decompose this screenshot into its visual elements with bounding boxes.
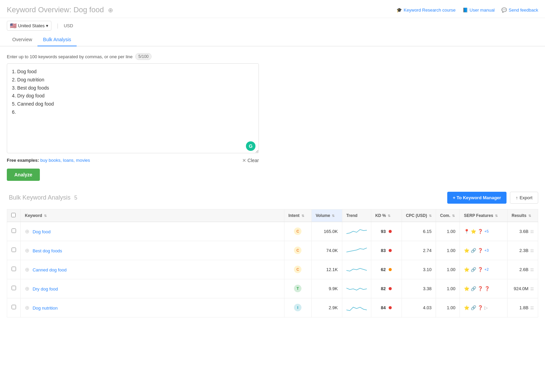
keyword-link[interactable]: Dog food bbox=[33, 229, 51, 234]
col-header-trend[interactable]: Trend bbox=[342, 209, 371, 222]
top-links: 🎓 Keyword Research course 📘 User manual … bbox=[396, 7, 538, 13]
serp-icon: ❓ bbox=[478, 305, 483, 310]
add-to-list-icon[interactable]: ⊕ bbox=[25, 305, 29, 311]
currency-label: USD bbox=[64, 23, 73, 28]
row-kd: 84 bbox=[371, 298, 402, 317]
clear-x-icon: ✕ bbox=[242, 158, 246, 163]
keyword-link[interactable]: Best dog foods bbox=[33, 248, 62, 253]
free-examples: Free examples: buy books, loans, movies bbox=[7, 158, 90, 163]
row-check[interactable] bbox=[7, 222, 21, 241]
manual-link[interactable]: 📘 User manual bbox=[463, 7, 495, 13]
kd-dot bbox=[389, 306, 392, 309]
row-checkbox[interactable] bbox=[12, 286, 16, 290]
row-volume: 9.9K bbox=[311, 279, 342, 298]
clear-button[interactable]: ✕ Clear bbox=[242, 158, 259, 163]
results-title: Bulk Keyword Analysis 5 bbox=[7, 194, 77, 201]
keyword-link[interactable]: Dry dog food bbox=[33, 286, 58, 292]
row-intent: C bbox=[284, 260, 311, 279]
free-examples-link[interactable]: buy books, loans, movies bbox=[40, 158, 90, 163]
tab-bulk-analysis[interactable]: Bulk Analysis bbox=[37, 33, 76, 46]
results-icon: ☷ bbox=[530, 287, 534, 291]
serp-icon: ❓ bbox=[478, 286, 483, 291]
feedback-link[interactable]: 💬 Send feedback bbox=[501, 7, 538, 13]
serp-icon: ❓ bbox=[478, 248, 483, 253]
table-row: ⊕ Dry dog food T 9.9K 82 3.38 1.00 ⭐🔗❓❓ … bbox=[7, 279, 538, 298]
intent-badge: T bbox=[294, 285, 301, 292]
serp-icon: ❓ bbox=[484, 286, 490, 291]
instruction-row: Enter up to 100 keywords separated by co… bbox=[7, 53, 538, 60]
row-kd: 83 bbox=[371, 241, 402, 260]
row-cpc: 3.38 bbox=[402, 279, 436, 298]
serp-icon: ❓ bbox=[478, 229, 483, 234]
row-keyword: ⊕ Dog nutrition bbox=[21, 298, 284, 317]
export-button[interactable]: ↑ Export bbox=[510, 192, 538, 204]
kd-dot bbox=[389, 230, 392, 233]
row-check[interactable] bbox=[7, 298, 21, 317]
add-to-list-icon[interactable]: ⊕ bbox=[25, 267, 29, 272]
row-serp: ⭐🔗❓+2 bbox=[460, 260, 508, 279]
row-com: 1.00 bbox=[436, 298, 460, 317]
results-section: Bulk Keyword Analysis 5 + To Keyword Man… bbox=[7, 192, 538, 317]
row-check[interactable] bbox=[7, 260, 21, 279]
col-header-kd[interactable]: KD % ⇅ bbox=[371, 209, 402, 222]
row-checkbox[interactable] bbox=[12, 229, 16, 233]
keyword-link[interactable]: Dog nutrition bbox=[33, 305, 58, 311]
serp-icon: ⭐ bbox=[471, 229, 476, 234]
table-header: Keyword ⇅ Intent ⇅ Volume ⇅ Trend bbox=[7, 209, 538, 222]
tab-overview[interactable]: Overview bbox=[7, 33, 37, 46]
row-cpc: 3.10 bbox=[402, 260, 436, 279]
analyze-button[interactable]: Analyze bbox=[7, 169, 40, 181]
country-selector[interactable]: 🇺🇸 United States ▾ bbox=[7, 21, 51, 31]
main-content: Enter up to 100 keywords separated by co… bbox=[0, 46, 545, 324]
results-actions: + To Keyword Manager ↑ Export bbox=[447, 192, 538, 204]
add-to-list-icon[interactable]: ⊕ bbox=[25, 286, 29, 292]
serp-icon: 🔗 bbox=[471, 305, 476, 310]
row-volume: 74.0K bbox=[311, 241, 342, 260]
add-keyword-icon[interactable]: ⊕ bbox=[108, 7, 113, 14]
serp-more: +5 bbox=[484, 229, 489, 233]
grammarly-icon: G bbox=[246, 141, 255, 151]
com-filter-icon: ⇅ bbox=[452, 214, 455, 218]
kd-value: 62 bbox=[381, 267, 386, 272]
row-com: 1.00 bbox=[436, 241, 460, 260]
col-header-volume[interactable]: Volume ⇅ bbox=[311, 209, 342, 222]
volume-filter-icon: ⇅ bbox=[332, 214, 334, 218]
row-check[interactable] bbox=[7, 241, 21, 260]
col-header-intent[interactable]: Intent ⇅ bbox=[284, 209, 311, 222]
col-header-results[interactable]: Results ⇅ bbox=[508, 209, 538, 222]
row-results: 3.6B ☷ bbox=[508, 222, 538, 241]
results-icon: ☷ bbox=[530, 230, 534, 234]
row-volume: 165.0K bbox=[311, 222, 342, 241]
keyword-manager-button[interactable]: + To Keyword Manager bbox=[447, 192, 507, 204]
row-checkbox[interactable] bbox=[12, 267, 16, 271]
keyword-link[interactable]: Canned dog food bbox=[33, 267, 67, 272]
intent-filter-icon: ⇅ bbox=[301, 214, 304, 218]
keyword-textarea[interactable]: 1. Dog food 2. Dog nutrition 3. Best dog… bbox=[7, 63, 259, 153]
col-header-check[interactable] bbox=[7, 209, 21, 222]
kd-value: 83 bbox=[381, 248, 386, 253]
col-header-cpc[interactable]: CPC (USD) ⇅ bbox=[402, 209, 436, 222]
row-serp: 📍⭐❓+5 bbox=[460, 222, 508, 241]
select-all-checkbox[interactable] bbox=[11, 213, 16, 217]
keyword-count-badge: 5/100 bbox=[135, 53, 152, 60]
row-checkbox[interactable] bbox=[12, 248, 16, 252]
col-header-com[interactable]: Com. ⇅ bbox=[436, 209, 460, 222]
row-checkbox[interactable] bbox=[12, 305, 16, 309]
add-to-list-icon[interactable]: ⊕ bbox=[25, 229, 29, 234]
add-to-list-icon[interactable]: ⊕ bbox=[25, 248, 29, 253]
title-prefix: Keyword Overview: bbox=[7, 5, 72, 14]
row-results: 924.0M ☷ bbox=[508, 279, 538, 298]
col-header-keyword[interactable]: Keyword ⇅ bbox=[21, 209, 284, 222]
top-bar: Keyword Overview: Dog food ⊕ 🎓 Keyword R… bbox=[0, 0, 545, 18]
row-results: 2.3B ☷ bbox=[508, 241, 538, 260]
course-link[interactable]: 🎓 Keyword Research course bbox=[396, 7, 455, 13]
serp-more: +2 bbox=[484, 267, 489, 271]
row-intent: C bbox=[284, 222, 311, 241]
serp-icon: ⭐ bbox=[464, 248, 469, 253]
col-header-serp[interactable]: SERP Features ⇅ bbox=[460, 209, 508, 222]
table-row: ⊕ Best dog foods C 74.0K 83 2.74 1.00 ⭐🔗… bbox=[7, 241, 538, 260]
row-serp: ⭐🔗❓▷ bbox=[460, 298, 508, 317]
row-trend bbox=[342, 279, 371, 298]
row-check[interactable] bbox=[7, 279, 21, 298]
clear-label: Clear bbox=[248, 158, 259, 163]
